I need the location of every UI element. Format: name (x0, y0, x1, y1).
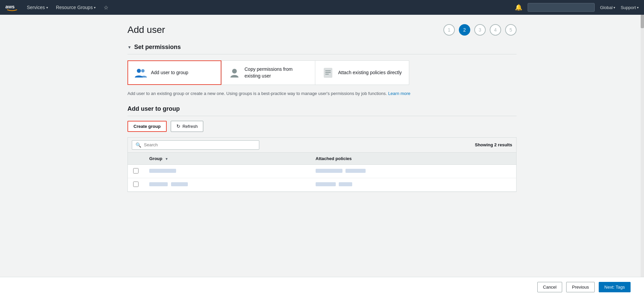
permission-cards: Add user to group Copy permissions from … (127, 60, 517, 85)
create-group-button[interactable]: Create group (127, 121, 167, 132)
row2-checkbox-cell[interactable] (128, 178, 144, 191)
next-label: Next: Tags (604, 285, 625, 290)
step-1[interactable]: 1 (443, 24, 455, 36)
table-header: Group ▼ Attached policies (128, 153, 516, 165)
group-subsection-title: Add user to group (127, 105, 517, 116)
col-checkbox (128, 153, 144, 165)
nav-global-label: Global (600, 5, 613, 10)
step-4[interactable]: 4 (490, 24, 501, 36)
nav-resource-groups-chevron: ▾ (94, 6, 96, 9)
nav-global-chevron: ▾ (613, 6, 615, 9)
table-body (128, 164, 516, 191)
refresh-icon: ↻ (176, 123, 180, 129)
step-5[interactable]: 5 (505, 24, 517, 36)
navbar: aws Services ▾ Resource Groups ▾ ☆ 🔔 Glo… (0, 0, 644, 15)
row1-group-value (149, 169, 176, 173)
previous-label: Previous (572, 285, 589, 290)
search-box[interactable]: 🔍 (132, 140, 259, 150)
main-content: Add user 1 2 3 4 5 ▼ Set permissions Ad (114, 15, 530, 226)
perm-card-copy-permissions[interactable]: Copy permissions from existing user (221, 60, 315, 85)
perm-attach-label: Attach existing policies directly (338, 69, 402, 76)
nav-support-label: Support (621, 5, 636, 10)
row1-policies-value1 (316, 169, 342, 173)
cancel-label: Cancel (543, 285, 556, 290)
steps-row: 1 2 3 4 5 (443, 24, 517, 36)
cancel-button[interactable]: Cancel (537, 282, 562, 292)
scrollbar-thumb[interactable] (641, 15, 644, 28)
row1-policies-cell (310, 164, 516, 178)
section-collapse-icon[interactable]: ▼ (127, 45, 131, 50)
group-icon (135, 68, 147, 78)
search-icon: 🔍 (136, 142, 141, 148)
perm-add-to-group-label: Add user to group (151, 69, 188, 76)
nav-right: 🔔 Global ▾ Support ▾ (515, 3, 639, 12)
row2-group-value2 (171, 182, 188, 186)
scrollbar-track (641, 15, 644, 297)
nav-search-input[interactable] (528, 3, 595, 12)
table-header-row: Group ▼ Attached policies (128, 153, 516, 165)
nav-global[interactable]: Global ▾ (600, 5, 615, 10)
perm-card-attach-policies[interactable]: Attach existing policies directly (315, 60, 409, 85)
groups-table: Group ▼ Attached policies (128, 153, 516, 192)
perm-copy-label: Copy permissions from existing user (245, 66, 308, 79)
step-2[interactable]: 2 (459, 24, 470, 36)
header-row: Add user 1 2 3 4 5 (127, 24, 517, 36)
nav-resource-groups-label: Resource Groups (56, 5, 93, 10)
svg-text:aws: aws (5, 4, 15, 9)
doc-icon (322, 68, 334, 78)
set-permissions-title: Set permissions (134, 44, 181, 51)
row1-group-cell (144, 164, 310, 178)
groups-table-container: 🔍 Showing 2 results Group ▼ Attached pol… (127, 137, 517, 192)
row2-group-value1 (149, 182, 168, 186)
next-button[interactable]: Next: Tags (599, 282, 631, 292)
nav-services-chevron: ▾ (46, 6, 48, 9)
table-row[interactable] (128, 164, 516, 178)
create-group-label: Create group (133, 124, 161, 129)
results-count: Showing 2 results (475, 142, 512, 147)
step-3[interactable]: 3 (474, 24, 486, 36)
row2-checkbox[interactable] (133, 182, 139, 187)
person-icon (228, 68, 240, 78)
svg-point-1 (137, 69, 141, 73)
refresh-button[interactable]: ↻ Refresh (171, 121, 204, 132)
nav-support-chevron: ▾ (637, 6, 639, 9)
row2-policies-cell (310, 178, 516, 191)
notifications-icon[interactable]: 🔔 (515, 4, 522, 11)
col-policies: Attached policies (310, 153, 516, 165)
col-group: Group ▼ (144, 153, 310, 165)
aws-logo[interactable]: aws (5, 3, 19, 11)
previous-button[interactable]: Previous (566, 282, 595, 292)
learn-more-link[interactable]: Learn more (388, 91, 410, 96)
nav-services-label: Services (27, 5, 45, 10)
page-title: Add user (127, 24, 165, 35)
svg-point-2 (141, 69, 145, 72)
sort-icon-group[interactable]: ▼ (165, 157, 168, 161)
nav-services[interactable]: Services ▾ (27, 5, 48, 10)
row1-checkbox-cell[interactable] (128, 164, 144, 178)
page-footer: Cancel Previous Next: Tags (0, 277, 644, 297)
svg-point-3 (232, 69, 237, 73)
row1-checkbox[interactable] (133, 168, 139, 174)
group-btn-row: Create group ↻ Refresh (127, 121, 517, 132)
set-permissions-header: ▼ Set permissions (127, 44, 517, 54)
perm-card-add-to-group[interactable]: Add user to group (127, 60, 221, 85)
row2-policies-value2 (339, 182, 352, 186)
refresh-label: Refresh (182, 124, 198, 129)
nav-resource-groups[interactable]: Resource Groups ▾ (56, 5, 96, 10)
search-input[interactable] (144, 142, 256, 147)
table-toolbar: 🔍 Showing 2 results (128, 138, 516, 153)
nav-support[interactable]: Support ▾ (621, 5, 639, 10)
table-row[interactable] (128, 178, 516, 191)
permissions-description: Add user to an existing group or create … (127, 90, 517, 97)
row1-policies-value2 (345, 169, 366, 173)
row2-group-cell (144, 178, 310, 191)
bookmarks-icon[interactable]: ☆ (104, 4, 108, 11)
row2-policies-value1 (316, 182, 336, 186)
